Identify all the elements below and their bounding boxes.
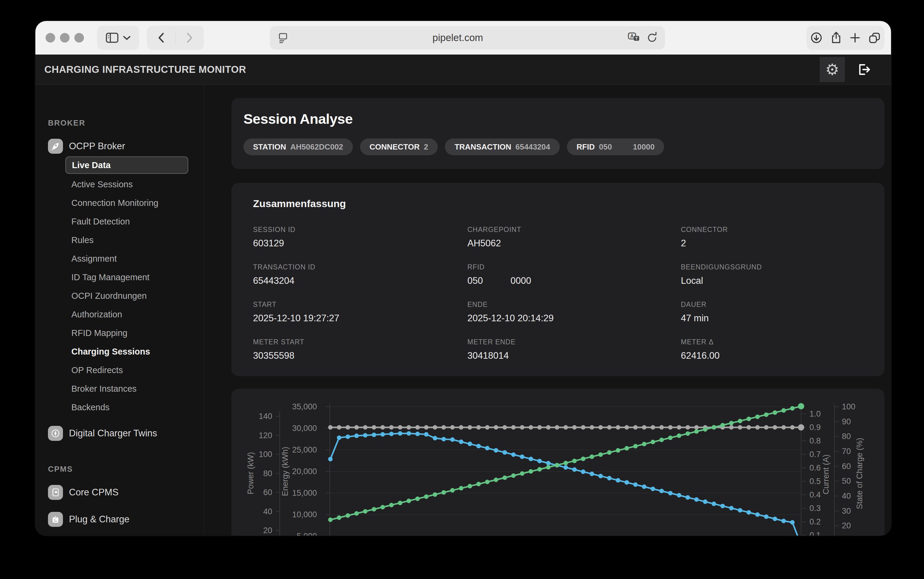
sidebar-item-rules[interactable]: Rules: [71, 231, 203, 249]
summary-field-label: SESSION ID: [253, 226, 467, 234]
sidebar-item-rfid-mapping[interactable]: RFID Mapping: [71, 324, 203, 342]
session-chips: STATIONAH5062DC002CONNECTOR2TRANSACTION6…: [243, 139, 872, 155]
sidebar-group-core-cpms[interactable]: Core CPMS: [48, 484, 203, 501]
page-title: Session Analyse: [243, 111, 872, 127]
sidebar-group-plug-charge[interactable]: Plug & Charge: [48, 511, 203, 528]
sidebar-item-authorization[interactable]: Authorization: [71, 305, 203, 324]
svg-text:20: 20: [842, 521, 851, 530]
logout-icon: [856, 61, 872, 78]
summary-field-session-id: SESSION ID603129: [253, 226, 467, 249]
share-icon[interactable]: [830, 31, 842, 44]
svg-text:0.6: 0.6: [809, 463, 821, 472]
summary-field-value: 47 min: [681, 313, 872, 324]
sidebar-item-charging-sessions[interactable]: Charging Sessions: [71, 342, 203, 361]
sidebar-group-digital-charger-twins[interactable]: Digital Charger Twins: [48, 425, 203, 442]
summary-field-beendigungsgrund: BEENDIGUNGSGRUNDLocal: [681, 263, 872, 286]
svg-text:100: 100: [259, 450, 272, 459]
sidebar-item-live-data[interactable]: Live Data: [66, 157, 188, 174]
summary-grid: SESSION ID603129CHARGEPOINTAH5062CONNECT…: [253, 226, 872, 361]
svg-text:120: 120: [259, 431, 272, 440]
rocket-icon: [48, 139, 63, 154]
summary-field-value: AH5062: [467, 238, 681, 249]
sidebar-item-assignment[interactable]: Assignment: [71, 249, 203, 268]
sidebar-group-label: Digital Charger Twins: [69, 428, 157, 439]
svg-text:0.7: 0.7: [809, 450, 821, 459]
browser-toolbar: pipelet.com A: [35, 21, 891, 54]
summary-field-meter: METER Δ62416.00: [681, 338, 872, 361]
reader-icon[interactable]: [277, 32, 288, 44]
translate-icon[interactable]: A: [627, 32, 641, 44]
forward-button[interactable]: [176, 26, 204, 50]
svg-text:40: 40: [842, 491, 851, 500]
address-bar[interactable]: pipelet.com A: [270, 26, 665, 49]
svg-text:100: 100: [842, 402, 855, 411]
settings-button[interactable]: ⚙: [820, 57, 845, 82]
svg-text:20: 20: [263, 526, 272, 535]
session-header-card: Session Analyse STATIONAH5062DC002CONNEC…: [231, 98, 885, 169]
svg-text:0.1: 0.1: [809, 531, 821, 536]
summary-field-label: START: [253, 301, 467, 309]
svg-text:40: 40: [263, 507, 272, 516]
sidebar-toggle-button[interactable]: [97, 26, 139, 50]
maximize-window-button[interactable]: [74, 33, 84, 43]
sidebar-item-op-redirects[interactable]: OP Redirects: [71, 361, 203, 379]
sidebar-item-active-sessions[interactable]: Active Sessions: [71, 175, 203, 194]
summary-field-label: ENDE: [467, 301, 681, 309]
session-chart: 1401201008060402035,00030,00025,00020,00…: [231, 389, 885, 536]
summary-field-ende: ENDE2025-12-10 20:14:29: [467, 301, 681, 324]
app-title: CHARGING INFRASTRUCTURE MONITOR: [44, 64, 246, 75]
summary-field-value: 2: [681, 238, 872, 249]
svg-text:140: 140: [259, 412, 272, 421]
back-button[interactable]: [147, 26, 175, 50]
svg-text:1.0: 1.0: [809, 409, 821, 419]
download-icon[interactable]: [810, 31, 822, 44]
sidebar-item-backends[interactable]: Backends: [71, 398, 203, 417]
chip-value: 050: [599, 142, 612, 152]
summary-field-label: CHARGEPOINT: [467, 226, 681, 234]
close-window-button[interactable]: [46, 33, 55, 43]
svg-text:80: 80: [263, 469, 272, 478]
svg-text:15,000: 15,000: [292, 489, 317, 497]
svg-text:60: 60: [263, 488, 272, 497]
summary-field-connector: CONNECTOR2: [681, 226, 872, 249]
chip-value-2: 10000: [633, 142, 654, 152]
summary-field-label: BEENDIGUNGSGRUND: [681, 263, 872, 271]
sidebar-item-ocpi-zuordnungen[interactable]: OCPI Zuordnungen: [71, 286, 203, 305]
toolbar-right-buttons: [806, 26, 885, 50]
chip-value: 65443204: [515, 142, 550, 152]
chip-label: TRANSACTION: [454, 142, 511, 152]
svg-text:30: 30: [842, 507, 851, 515]
sidebar-item-connection-monitoring[interactable]: Connection Monitoring: [71, 194, 203, 212]
sidebar-toggle-icon: [105, 32, 119, 43]
chip-transaction: TRANSACTION65443204: [445, 139, 560, 155]
svg-text:30,000: 30,000: [292, 424, 317, 433]
logout-button[interactable]: [856, 61, 872, 78]
chip-label: RFID: [577, 142, 595, 152]
summary-field-label: METER ENDE: [467, 338, 681, 346]
svg-text:A: A: [630, 34, 634, 39]
gear-icon: ⚙: [826, 62, 839, 77]
browser-window: pipelet.com A: [35, 21, 891, 536]
sidebar-group-ocpp-broker[interactable]: OCPP Broker: [48, 138, 203, 155]
svg-text:0.2: 0.2: [809, 517, 821, 526]
reload-icon[interactable]: [646, 32, 658, 44]
sidebar-item-fault-detection[interactable]: Fault Detection: [71, 212, 203, 231]
svg-text:0.8: 0.8: [809, 436, 821, 445]
sidebar-item-id-tag-management[interactable]: ID Tag Management: [71, 268, 203, 286]
sidebar-section-label-broker: BROKER: [48, 118, 203, 128]
screenshot-stage: pipelet.com A: [0, 0, 924, 579]
summary-field-value: 2025-12-10 19:27:27: [253, 313, 467, 324]
chip-station: STATIONAH5062DC002: [243, 139, 353, 155]
badge-icon: [48, 512, 63, 527]
journal-icon: [48, 485, 63, 500]
summary-field-label: METER START: [253, 338, 467, 346]
tabs-icon[interactable]: [868, 31, 881, 44]
nav-buttons: [147, 26, 204, 50]
minimize-window-button[interactable]: [60, 33, 70, 43]
url-text[interactable]: pipelet.com: [288, 32, 627, 43]
chip-label: STATION: [253, 142, 286, 152]
new-tab-icon[interactable]: [849, 32, 861, 43]
summary-field-start: START2025-12-10 19:27:27: [253, 301, 467, 324]
summary-field-label: DAUER: [681, 301, 872, 309]
sidebar-item-broker-instances[interactable]: Broker Instances: [71, 379, 203, 398]
